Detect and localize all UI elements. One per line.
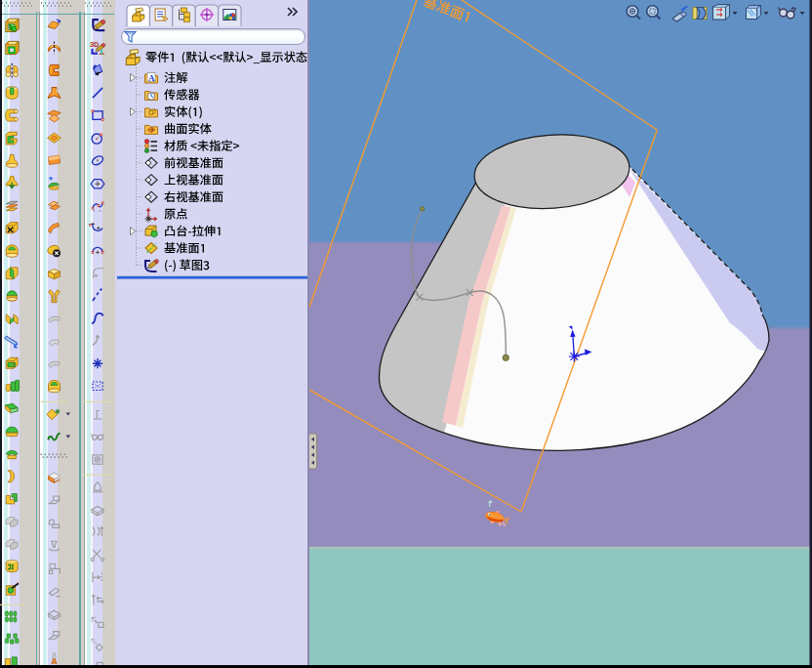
svg-text:A: A [148, 73, 155, 83]
